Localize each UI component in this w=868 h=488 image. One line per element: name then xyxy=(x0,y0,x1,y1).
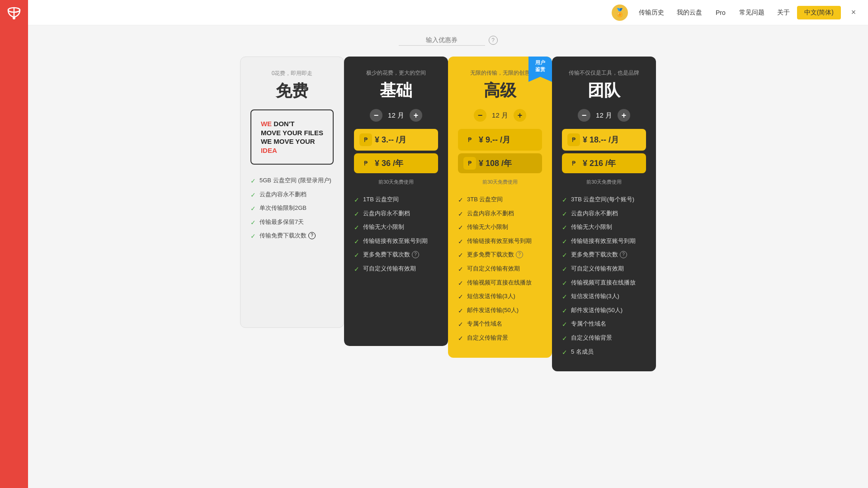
advanced-features-list: ✓ 3TB 云盘空间 ✓ 云盘内容永不删档 ✓ 传输无大小限制 ✓ 传输链接有效… xyxy=(458,195,542,343)
basic-period-text: 12 月 xyxy=(388,111,404,120)
plan-card-advanced: 用户 鉴赏 无限的传输，无限的创意 高级 − 12 月 + ₱ ¥ 9.-- /… xyxy=(448,57,552,358)
feature-text: 自定义传输背景 xyxy=(467,334,508,342)
team-price-icon-1: ₱ xyxy=(567,133,580,146)
feature-help-icon[interactable]: ? xyxy=(412,251,419,258)
feature-text: 云盘内容永不删档 xyxy=(259,190,307,199)
check-icon: ✓ xyxy=(562,251,567,260)
check-icon: ✓ xyxy=(458,279,463,288)
feature-text: 传输视频可直接在线播放 xyxy=(571,279,636,287)
basic-price-block-2[interactable]: ₱ ¥ 36 /年 xyxy=(354,153,438,173)
advanced-free-trial-text: 前30天免费使用 xyxy=(458,179,542,185)
badge-line2: 鉴赏 xyxy=(535,66,545,73)
list-item: ✓ 传输最多保留7天 xyxy=(250,218,334,227)
check-icon: ✓ xyxy=(562,196,567,205)
free-motto-text: WE DON'T MOVE YOUR FILES WE MOVE YOUR ID… xyxy=(261,119,323,155)
feature-text: 可自定义传输有效期 xyxy=(571,265,624,273)
check-icon: ✓ xyxy=(458,265,463,274)
feature-text: 传输链接有效至账号到期 xyxy=(467,237,532,245)
check-icon: ✓ xyxy=(458,334,463,343)
feature-row: 更多免费下载次数 ? xyxy=(363,251,419,259)
list-item: ✓ 短信发送传输(3人) xyxy=(458,292,542,302)
feature-help-icon[interactable]: ? xyxy=(620,251,627,258)
nav-about[interactable]: 关于 xyxy=(772,6,795,19)
basic-price-main: ¥ 3.-- /月 xyxy=(375,134,433,145)
feature-text: 自定义传输背景 xyxy=(571,334,612,342)
advanced-price-alt: ¥ 108 /年 xyxy=(479,158,537,169)
check-icon: ✓ xyxy=(458,196,463,205)
feature-text: 云盘内容永不删档 xyxy=(363,209,410,218)
nav-lang-button[interactable]: 中文(简体) xyxy=(797,6,841,19)
feature-help-icon[interactable]: ? xyxy=(516,251,523,258)
check-icon: ✓ xyxy=(562,348,567,357)
advanced-period-text: 12 月 xyxy=(492,111,508,120)
feature-text: 传输无大小限制 xyxy=(467,223,508,231)
advanced-price-block-2[interactable]: ₱ ¥ 108 /年 xyxy=(458,153,542,173)
feature-text: 邮件发送传输(50人) xyxy=(571,306,623,314)
sidebar xyxy=(0,0,28,488)
topnav: 🏅 传输历史 我的云盘 Pro 常见问题 关于 中文(简体) × xyxy=(28,0,868,25)
check-icon: ✓ xyxy=(458,320,463,329)
list-item: ✓ 云盘内容永不删档 xyxy=(250,190,334,200)
advanced-period-plus-button[interactable]: + xyxy=(514,109,526,122)
nav-pro[interactable]: Pro xyxy=(709,6,732,19)
team-period-minus-button[interactable]: − xyxy=(578,109,590,122)
coupon-input[interactable] xyxy=(399,34,485,46)
list-item: ✓ 单次传输限制2GB xyxy=(250,204,334,213)
list-item: ✓ 可自定义传输有效期 xyxy=(354,265,438,274)
advanced-price-block-1[interactable]: ₱ ¥ 9.-- /月 xyxy=(458,129,542,151)
team-price-block-2[interactable]: ₱ ¥ 216 /年 xyxy=(562,153,646,173)
plans-container: 0花费，即用即走 免费 WE DON'T MOVE YOUR FILES WE … xyxy=(28,57,868,389)
plan-card-basic: 极少的花费，更大的空间 基础 − 12 月 + ₱ ¥ 3.-- /月 ₱ ¥ … xyxy=(344,57,448,346)
list-item: ✓ 传输视频可直接在线播放 xyxy=(562,279,646,288)
check-icon: ✓ xyxy=(354,223,359,232)
check-icon: ✓ xyxy=(562,307,567,316)
feature-text: 传输免费下载次数 xyxy=(259,232,307,240)
team-period-plus-button[interactable]: + xyxy=(618,109,630,122)
list-item: ✓ 传输视频可直接在线播放 xyxy=(458,279,542,288)
check-icon: ✓ xyxy=(250,204,256,213)
nav-close-button[interactable]: × xyxy=(846,5,861,20)
check-icon: ✓ xyxy=(458,210,463,219)
feature-row: 传输免费下载次数 ? xyxy=(259,232,316,240)
nav-history[interactable]: 传输历史 xyxy=(633,6,670,19)
list-item: ✓ 短信发送传输(3人) xyxy=(562,292,646,302)
basic-free-trial-text: 前30天免费使用 xyxy=(354,179,438,185)
feature-text: 3TB 云盘空间(每个账号) xyxy=(571,195,634,204)
team-period-text: 12 月 xyxy=(596,111,612,120)
list-item: ✓ 专属个性域名 xyxy=(562,320,646,329)
basic-price-block-1[interactable]: ₱ ¥ 3.-- /月 xyxy=(354,129,438,151)
sidebar-logo[interactable] xyxy=(5,5,23,24)
list-item: ✓ 更多免费下载次数 ? xyxy=(458,251,542,260)
nav-faq[interactable]: 常见问题 xyxy=(734,6,770,19)
advanced-price-info-1: ¥ 9.-- /月 xyxy=(479,134,537,145)
list-item: ✓ 传输链接有效至账号到期 xyxy=(354,237,438,246)
team-features-list: ✓ 3TB 云盘空间(每个账号) ✓ 云盘内容永不删档 ✓ 传输无大小限制 ✓ … xyxy=(562,195,646,357)
list-item: ✓ 传输无大小限制 xyxy=(562,223,646,232)
feature-text: 邮件发送传输(50人) xyxy=(467,306,519,314)
basic-price-icon-2: ₱ xyxy=(359,157,372,170)
list-item: ✓ 传输链接有效至账号到期 xyxy=(562,237,646,246)
advanced-period-minus-button[interactable]: − xyxy=(474,109,486,122)
free-plan-subtitle: 0花费，即用即走 xyxy=(250,70,334,77)
check-icon: ✓ xyxy=(354,251,359,260)
team-free-trial-text: 前30天免费使用 xyxy=(562,179,646,185)
feature-text: 可自定义传输有效期 xyxy=(363,265,416,273)
list-item: ✓ 自定义传输背景 xyxy=(562,334,646,343)
feature-help-icon[interactable]: ? xyxy=(308,232,316,239)
plan-card-free: 0花费，即用即走 免费 WE DON'T MOVE YOUR FILES WE … xyxy=(240,57,344,328)
list-item: ✓ 3TB 云盘空间 xyxy=(458,195,542,205)
basic-period-minus-button[interactable]: − xyxy=(370,109,382,122)
coupon-help-icon[interactable]: ? xyxy=(489,36,498,45)
feature-text: 专属个性域名 xyxy=(467,320,502,328)
list-item: ✓ 云盘内容永不删档 xyxy=(458,209,542,219)
basic-period-plus-button[interactable]: + xyxy=(410,109,422,122)
check-icon: ✓ xyxy=(458,237,463,246)
feature-text: 更多免费下载次数 xyxy=(467,251,514,259)
feature-text: 传输链接有效至账号到期 xyxy=(571,237,636,245)
list-item: ✓ 传输无大小限制 xyxy=(354,223,438,232)
nav-cloud[interactable]: 我的云盘 xyxy=(671,6,708,19)
feature-text: 传输最多保留7天 xyxy=(259,218,304,226)
user-avatar[interactable]: 🏅 xyxy=(612,5,628,21)
team-price-block-1[interactable]: ₱ ¥ 18.-- /月 xyxy=(562,129,646,151)
team-period-selector: − 12 月 + xyxy=(562,109,646,122)
